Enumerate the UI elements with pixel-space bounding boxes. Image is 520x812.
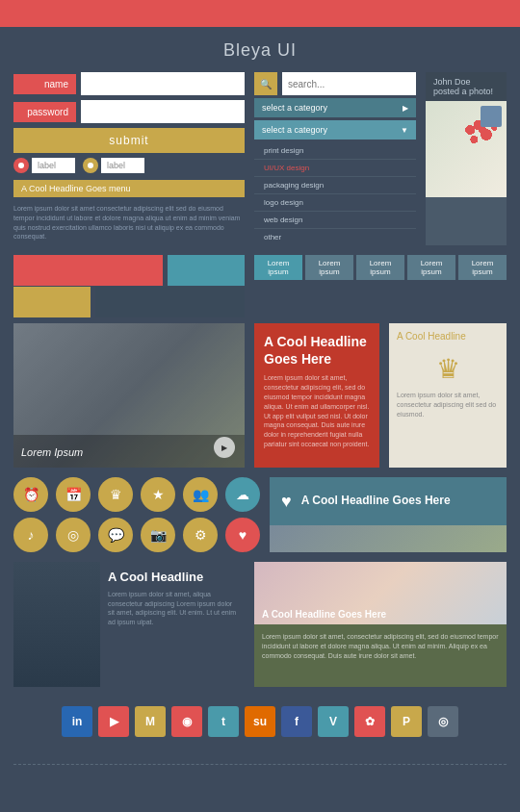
bottom-card-right: A Cool Headline Goes Here Lorem ipsum do… bbox=[254, 562, 507, 687]
menu-item-uiux[interactable]: UI/UX design bbox=[254, 160, 416, 176]
tab-2[interactable]: Lorem ipsum bbox=[305, 255, 353, 280]
main-content: name password submit label bbox=[0, 72, 520, 756]
password-input[interactable] bbox=[81, 100, 245, 123]
tab-4[interactable]: Lorem ipsum bbox=[407, 255, 455, 280]
tab-3[interactable]: Lorem ipsum bbox=[356, 255, 404, 280]
icon-share[interactable]: ◎ bbox=[56, 518, 91, 552]
radio-item-2[interactable]: label bbox=[83, 158, 144, 173]
crown-icon: ♛ bbox=[397, 353, 499, 385]
social-footer: in ▶ M ◉ t su f V ✿ P ◎ bbox=[13, 697, 507, 743]
bottom-card-content: A Cool Headline Lorem ipsum dolor sit am… bbox=[100, 562, 245, 687]
dropdown-2-label: select a category bbox=[262, 125, 327, 135]
search-row: 🔍 bbox=[254, 72, 416, 95]
image-card-label: Lorem Ipsum bbox=[21, 446, 83, 458]
menu-item-logo[interactable]: logo design bbox=[254, 194, 416, 211]
heart-box: ♥ A Cool Headline Goes Here bbox=[270, 477, 507, 525]
crown-card-text: Lorem ipsum dolor sit amet, consectetur … bbox=[397, 391, 499, 419]
color-teal bbox=[168, 255, 245, 286]
social-twitter[interactable]: t bbox=[208, 706, 239, 737]
social-other[interactable]: ◎ bbox=[428, 706, 458, 737]
name-input[interactable] bbox=[81, 72, 245, 95]
tab-5[interactable]: Lorem ipsum bbox=[458, 255, 507, 280]
page-title: Bleya UI bbox=[0, 27, 520, 72]
image-card: Lorem Ipsum ▶ bbox=[13, 323, 245, 468]
submit-button[interactable]: submit bbox=[13, 128, 245, 153]
avatar bbox=[481, 106, 502, 127]
icon-gear[interactable]: ⚙ bbox=[183, 518, 218, 552]
tabs-row: Lorem ipsum Lorem ipsum Lorem ipsum Lore… bbox=[254, 255, 507, 280]
social-linkedin[interactable]: in bbox=[62, 706, 92, 737]
icon-cloud[interactable]: ☁ bbox=[225, 477, 260, 512]
social-gmail[interactable]: M bbox=[135, 706, 166, 737]
radio-label-2: label bbox=[101, 158, 144, 173]
radio-label-1: label bbox=[32, 158, 75, 173]
search-button[interactable]: 🔍 bbox=[254, 72, 277, 95]
headline-card-text: Lorem ipsum dolor sit amet, consectetur … bbox=[264, 373, 370, 448]
radio-inner-2 bbox=[88, 163, 93, 168]
color-boxes bbox=[13, 255, 245, 314]
name-row: name bbox=[13, 72, 245, 95]
social-rss[interactable]: ◉ bbox=[171, 706, 202, 737]
bottom-right-content: Lorem ipsum dolor sit amet, consectetur … bbox=[262, 632, 499, 660]
dropdown-1-label: select a category bbox=[262, 103, 327, 113]
row-4: ⏰ 📅 ♛ ★ 👥 ☁ ♪ ◎ 💬 📷 ⚙ ♥ ♥ A Cool Headlin… bbox=[13, 477, 507, 552]
menu-item-other[interactable]: other bbox=[254, 229, 416, 245]
social-facebook[interactable]: f bbox=[281, 706, 312, 737]
icon-users[interactable]: 👥 bbox=[183, 477, 218, 512]
crown-card: A Cool Headline ♛ Lorem ipsum dolor sit … bbox=[389, 323, 507, 468]
dropdown-arrow-2: ▼ bbox=[401, 126, 408, 135]
row-5: A Cool Headline Lorem ipsum dolor sit am… bbox=[13, 562, 507, 687]
heart-banner-section: ♥ A Cool Headline Goes Here bbox=[270, 477, 507, 552]
social-image bbox=[426, 101, 507, 197]
bottom-right-text-section: Lorem ipsum dolor sit amet, consectetur … bbox=[254, 624, 507, 687]
icon-row-2: ♪ ◎ 💬 📷 ⚙ ♥ bbox=[13, 518, 260, 552]
play-button[interactable]: ▶ bbox=[214, 437, 235, 458]
radio-circle-2 bbox=[83, 158, 98, 173]
heart-icon: ♥ bbox=[281, 492, 292, 512]
menu-item-packaging[interactable]: packaging design bbox=[254, 177, 416, 193]
social-pinterest[interactable]: P bbox=[391, 706, 422, 737]
banner-image bbox=[270, 525, 507, 552]
radio-inner-1 bbox=[18, 163, 24, 168]
dropdown-arrow-1: ▶ bbox=[403, 104, 408, 113]
icon-music[interactable]: ♪ bbox=[13, 518, 48, 552]
crown-card-title: A Cool Headline bbox=[397, 331, 499, 342]
dropdown-2[interactable]: select a category ▼ bbox=[254, 120, 416, 140]
icon-heart[interactable]: ♥ bbox=[225, 518, 260, 552]
social-flickr[interactable]: ✿ bbox=[354, 706, 385, 737]
social-header: John Doe posted a photo! bbox=[426, 72, 507, 101]
icon-calendar[interactable]: 📅 bbox=[56, 477, 91, 512]
form-headline: A Cool Headline Goes menu bbox=[13, 180, 245, 197]
color-row-1 bbox=[13, 255, 245, 282]
name-label: name bbox=[13, 74, 76, 94]
icon-crown[interactable]: ♛ bbox=[98, 477, 133, 512]
radio-row: label label bbox=[13, 158, 245, 173]
social-vimeo[interactable]: V bbox=[318, 706, 349, 737]
color-gold bbox=[13, 287, 91, 317]
social-youtube[interactable]: ▶ bbox=[98, 706, 129, 737]
color-dark bbox=[95, 287, 245, 317]
menu-item-print[interactable]: print design bbox=[254, 142, 416, 159]
radio-item-1[interactable]: label bbox=[13, 158, 75, 173]
icon-star[interactable]: ★ bbox=[141, 477, 175, 512]
search-input[interactable] bbox=[282, 72, 416, 95]
icon-chat[interactable]: 💬 bbox=[98, 518, 133, 552]
heart-title: A Cool Headline Goes Here bbox=[301, 494, 451, 509]
social-stumble[interactable]: su bbox=[245, 706, 275, 737]
password-label: password bbox=[13, 102, 76, 122]
menu-item-web[interactable]: web design bbox=[254, 212, 416, 228]
icon-alarm[interactable]: ⏰ bbox=[13, 477, 48, 512]
dropdown-1[interactable]: select a category ▶ bbox=[254, 98, 416, 117]
overlay-headline: A Cool Headline Goes Here bbox=[262, 609, 386, 620]
color-row-2 bbox=[13, 287, 245, 314]
tab-1[interactable]: Lorem ipsum bbox=[254, 255, 302, 280]
icon-camera[interactable]: 📷 bbox=[141, 518, 175, 552]
headline-card: A Cool Headline Goes Here Lorem ipsum do… bbox=[254, 323, 379, 468]
icon-row-1: ⏰ 📅 ♛ ★ 👥 ☁ bbox=[13, 477, 260, 512]
bottom-card-title: A Cool Headline bbox=[108, 570, 237, 586]
radio-circle-1 bbox=[13, 158, 29, 173]
bottom-card-image bbox=[13, 562, 100, 687]
bottom-card-text: Lorem ipsum dolor sit amet, aliqua conse… bbox=[108, 590, 237, 627]
tabs-section: Lorem ipsum Lorem ipsum Lorem ipsum Lore… bbox=[254, 255, 507, 314]
bottom-card-left: A Cool Headline Lorem ipsum dolor sit am… bbox=[13, 562, 245, 687]
